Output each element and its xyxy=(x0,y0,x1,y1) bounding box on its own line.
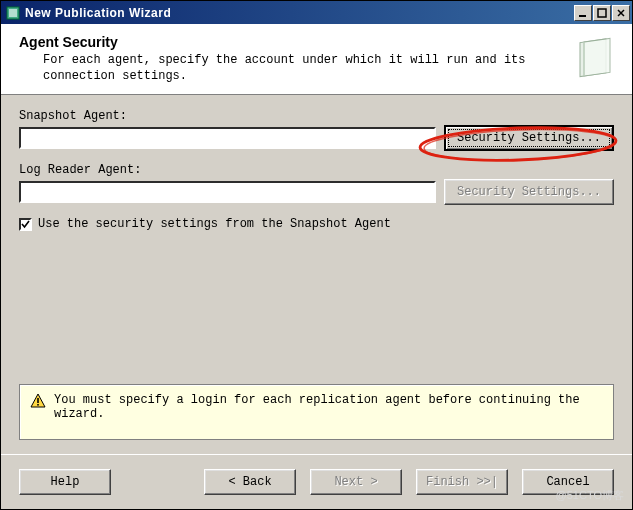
svg-rect-11 xyxy=(37,404,39,406)
back-button[interactable]: < Back xyxy=(204,469,296,495)
wizard-footer: Help < Back Next > Finish >>| Cancel xyxy=(1,454,632,509)
window-controls xyxy=(573,5,630,21)
header-graphic-icon xyxy=(568,34,618,84)
snapshot-security-settings-button[interactable]: Security Settings... xyxy=(444,125,614,151)
snapshot-agent-input[interactable] xyxy=(19,127,436,149)
wizard-header: Agent Security For each agent, specify t… xyxy=(1,24,632,95)
help-button[interactable]: Help xyxy=(19,469,111,495)
app-icon xyxy=(5,5,21,21)
warning-text: You must specify a login for each replic… xyxy=(54,393,603,421)
close-button[interactable] xyxy=(612,5,630,21)
warning-icon xyxy=(30,393,46,413)
minimize-button[interactable] xyxy=(574,5,592,21)
svg-rect-2 xyxy=(579,15,586,17)
maximize-button[interactable] xyxy=(593,5,611,21)
log-reader-agent-input[interactable] xyxy=(19,181,436,203)
svg-rect-7 xyxy=(584,38,610,76)
window-title: New Publication Wizard xyxy=(25,6,573,20)
log-reader-security-settings-button: Security Settings... xyxy=(444,179,614,205)
warning-panel: You must specify a login for each replic… xyxy=(19,384,614,440)
title-bar: New Publication Wizard xyxy=(1,1,632,24)
page-description: For each agent, specify the account unde… xyxy=(43,52,560,84)
wizard-window: New Publication Wizard Agent Security Fo… xyxy=(0,0,633,510)
use-snapshot-settings-row[interactable]: Use the security settings from the Snaps… xyxy=(19,217,614,231)
snapshot-agent-label: Snapshot Agent: xyxy=(19,109,614,123)
svg-rect-3 xyxy=(598,9,606,17)
svg-rect-1 xyxy=(9,9,17,17)
finish-button: Finish >>| xyxy=(416,469,508,495)
next-button: Next > xyxy=(310,469,402,495)
wizard-body: Snapshot Agent: Security Settings... Log… xyxy=(1,95,632,454)
log-reader-agent-label: Log Reader Agent: xyxy=(19,163,614,177)
use-snapshot-settings-label: Use the security settings from the Snaps… xyxy=(38,217,391,231)
svg-rect-10 xyxy=(37,398,39,403)
cancel-button[interactable]: Cancel xyxy=(522,469,614,495)
use-snapshot-settings-checkbox[interactable] xyxy=(19,218,32,231)
page-title: Agent Security xyxy=(19,34,560,50)
